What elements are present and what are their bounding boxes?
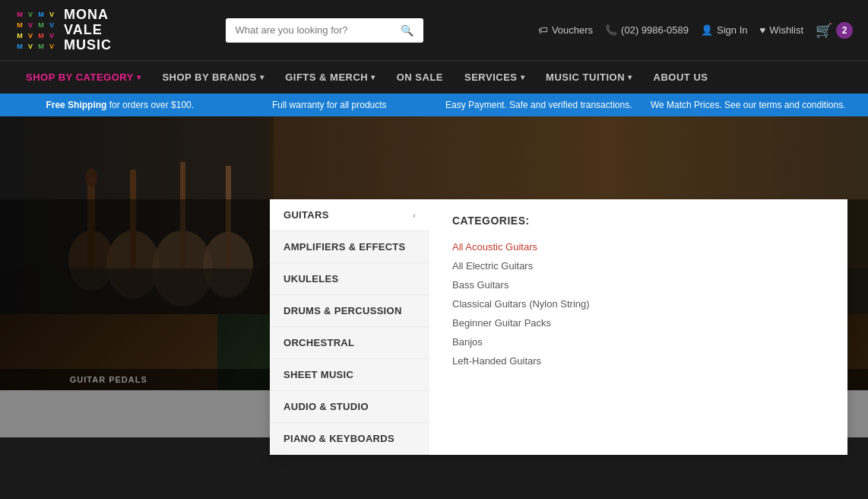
logo-icon: M V M V M V M V M V M V M V M V [15,10,56,51]
dropdown-item-amplifiers[interactable]: AMPLIFIERS & EFFECTS [270,231,429,263]
category-link-all-acoustic[interactable]: All Acoustic Guitars [452,237,825,256]
dropdown-item-orchestral[interactable]: ORCHESTRAL [270,327,429,359]
info-bar: Free Shipping for orders over $100. Full… [0,94,868,116]
nav-item-on-sale[interactable]: ON SALE [386,61,454,94]
phone-link[interactable]: 📞 (02) 9986-0589 [605,24,689,36]
dropdown-item-audio-studio[interactable]: AUDIO & STUDIO [270,391,429,423]
category-link-beginner[interactable]: Beginner Guitar Packs [452,313,825,332]
categories-title: CATEGORIES: [452,215,825,227]
nav-item-about-us[interactable]: ABOUT US [643,61,719,94]
nav-item-gifts-merch[interactable]: GIFTS & MERCH ▾ [274,61,386,94]
nav-item-services[interactable]: SERVICES ▾ [454,61,535,94]
vouchers-link[interactable]: 🏷 Vouchers [538,24,593,36]
dropdown-item-ukuleles[interactable]: UKULELES [270,263,429,295]
info-item-shipping: Free Shipping for orders over $100. [15,100,225,110]
chevron-down-icon: ▾ [137,73,141,81]
dropdown-item-piano-keyboards[interactable]: PIANO & KEYBOARDS [270,423,429,455]
dropdown-left-sidebar: GUITARS › AMPLIFIERS & EFFECTS UKULELES … [270,199,429,455]
chevron-down-icon: ▾ [521,73,525,81]
vouchers-label: Vouchers [552,24,593,36]
main-content: GUITARS › AMPLIFIERS & EFFECTS UKULELES … [0,116,868,437]
wishlist-link[interactable]: ♥ Wishlist [760,24,804,36]
header: M V M V M V M V M V M V M V M V MONA VAL… [0,0,868,60]
logo-text: MONA VALE MUSIC [64,8,112,52]
dropdown-item-drums[interactable]: DRUMS & PERCUSSION [270,295,429,327]
dropdown-right-panel: CATEGORIES: All Acoustic Guitars All Ele… [429,199,847,455]
chevron-down-icon: ▾ [260,73,265,81]
category-link-left-handed[interactable]: Left-Handed Guitars [452,351,825,370]
info-item-payment: Easy Payment. Safe and verified transact… [434,100,644,110]
user-icon: 👤 [701,24,713,36]
nav-item-music-tuition[interactable]: MUSIC TUITION ▾ [535,61,643,94]
chevron-down-icon: ▾ [628,73,632,81]
cart-badge: 2 [836,22,853,39]
category-link-classical[interactable]: Classical Guitars (Nylon String) [452,294,825,313]
signin-label: Sign In [717,24,747,36]
svg-point-3 [85,168,97,186]
info-item-price-match: We Match Prices. See our terms and condi… [644,100,854,110]
search-input[interactable] [226,18,393,42]
dropdown-item-guitars[interactable]: GUITARS › [270,199,429,231]
category-link-bass[interactable]: Bass Guitars [452,275,825,294]
wishlist-label: Wishlist [769,24,803,36]
logo-area[interactable]: M V M V M V M V M V M V M V M V MONA VAL… [15,8,112,52]
heart-icon: ♥ [760,24,766,36]
dropdown-item-sheet-music[interactable]: SHEET MUSIC [270,359,429,391]
chevron-right-icon: › [413,211,416,220]
nav-item-shop-by-brands[interactable]: SHOP BY BRANDS ▾ [151,61,274,94]
cart-icon: 🛒 [816,22,832,39]
info-item-warranty: Full warranty for all products [225,100,435,110]
voucher-icon: 🏷 [538,24,548,36]
chevron-down-icon: ▾ [371,73,375,81]
nav-item-shop-by-category[interactable]: SHOP BY CATEGORY ▾ [15,61,151,94]
header-right: 🏷 Vouchers 📞 (02) 9986-0589 👤 Sign In ♥ … [538,22,853,39]
cart-link[interactable]: 🛒 2 [816,22,853,39]
phone-number: (02) 9986-0589 [621,24,689,36]
category-link-all-electric[interactable]: All Electric Guitars [452,256,825,275]
signin-link[interactable]: 👤 Sign In [701,24,747,36]
search-button[interactable]: 🔍 [393,18,421,43]
search-bar: 🔍 [226,18,423,43]
category-link-banjos[interactable]: Banjos [452,332,825,351]
category-dropdown: GUITARS › AMPLIFIERS & EFFECTS UKULELES … [270,199,847,455]
phone-icon: 📞 [605,24,617,36]
nav-bar: SHOP BY CATEGORY ▾ SHOP BY BRANDS ▾ GIFT… [0,60,868,94]
